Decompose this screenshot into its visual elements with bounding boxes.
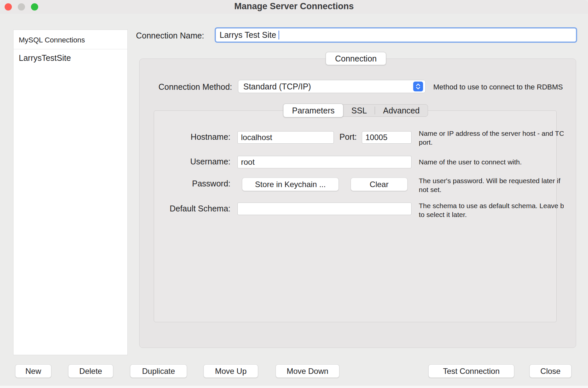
close-button[interactable]: Close <box>529 364 572 378</box>
default-schema-help: The schema to use as default schema. Lea… <box>419 201 564 219</box>
tab-ssl[interactable]: SSL <box>343 105 375 116</box>
password-label: Password: <box>165 179 230 188</box>
default-schema-input[interactable] <box>237 203 412 215</box>
sidebar-item-larrystestsite[interactable]: LarrysTestSite <box>13 49 127 67</box>
new-button[interactable]: New <box>15 364 51 378</box>
window-bottom-edge <box>0 386 588 388</box>
tab-advanced[interactable]: Advanced <box>375 105 427 116</box>
connection-name-input[interactable]: Larrys Test Site <box>216 28 576 42</box>
connection-method-help: Method to use to connect to the RDBMS <box>433 83 563 91</box>
connection-method-label: Connection Method: <box>151 82 232 92</box>
sidebar-header: MySQL Connections <box>13 30 127 49</box>
manage-server-connections-window: Manage Server Connections MySQL Connecti… <box>0 0 588 388</box>
connection-name-value: Larrys Test Site <box>220 30 276 40</box>
connection-method-value: Standard (TCP/IP) <box>243 82 311 91</box>
username-label: Username: <box>165 157 230 166</box>
duplicate-button[interactable]: Duplicate <box>130 364 187 378</box>
tab-connection[interactable]: Connection <box>326 52 386 65</box>
hostname-label: Hostname: <box>165 132 230 142</box>
titlebar: Manage Server Connections <box>0 0 588 14</box>
default-schema-label: Default Schema: <box>158 204 230 213</box>
connection-name-label: Connection Name: <box>136 31 204 40</box>
tab-parameters[interactable]: Parameters <box>283 104 343 117</box>
window-title: Manage Server Connections <box>0 1 588 12</box>
test-connection-button[interactable]: Test Connection <box>428 364 514 378</box>
parameters-tab-bar: Parameters SSL Advanced <box>283 104 428 117</box>
password-help: The user's password. Will be requested l… <box>419 176 564 194</box>
port-label: Port: <box>339 132 359 142</box>
connections-sidebar: MySQL Connections LarrysTestSite <box>13 30 128 355</box>
hostname-input[interactable] <box>237 131 334 144</box>
hostname-help: Name or IP address of the server host - … <box>419 129 564 147</box>
delete-button[interactable]: Delete <box>68 364 113 378</box>
move-up-button[interactable]: Move Up <box>203 364 258 378</box>
clear-password-button[interactable]: Clear <box>351 178 408 191</box>
connection-method-select[interactable]: Standard (TCP/IP) <box>238 80 426 93</box>
username-help: Name of the user to connect with. <box>419 158 564 166</box>
move-down-button[interactable]: Move Down <box>276 364 339 378</box>
port-input[interactable] <box>362 131 412 144</box>
text-caret <box>279 31 279 39</box>
chevron-up-down-icon <box>413 82 423 91</box>
store-in-keychain-button[interactable]: Store in Keychain ... <box>242 178 339 191</box>
username-input[interactable] <box>237 156 412 168</box>
